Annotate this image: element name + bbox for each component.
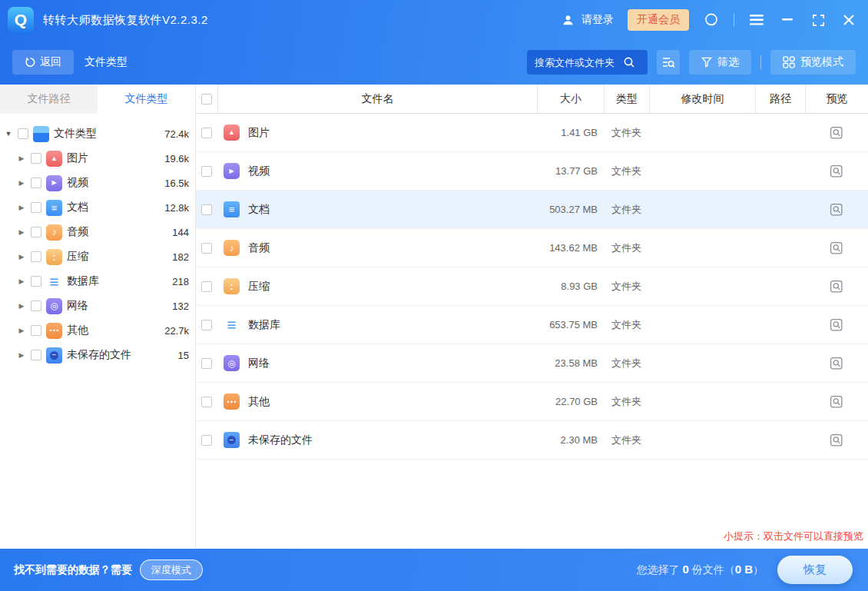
unsaved-file-icon: − [46,347,62,364]
expand-arrow-icon[interactable]: ▶ [17,253,26,261]
tree-checkbox[interactable] [31,227,41,237]
expand-arrow-icon[interactable]: ▶ [17,204,26,211]
sidebar-tree-item[interactable]: ▶≡数据库218 [0,269,195,294]
file-type: 文件夹 [604,241,649,255]
table-row[interactable]: ▶视频13.77 GB文件夹 [196,152,868,191]
preview-mode-label: 预览模式 [800,55,843,69]
sidebar-tree-item[interactable]: ▶♪音频144 [0,220,195,244]
header-size[interactable]: 大小 [537,85,604,113]
document-icon: ≡ [46,200,62,216]
preview-button[interactable] [830,280,843,294]
table-row[interactable]: ≡文档503.27 MB文件夹 [196,191,868,229]
search-icon[interactable] [623,56,635,68]
minimize-icon[interactable] [779,12,796,28]
user-icon [559,12,576,28]
expand-arrow-icon[interactable]: ▶ [17,351,26,359]
list-search-icon [662,57,675,68]
tree-item-label: 压缩 [67,250,88,264]
sidebar-tree-item[interactable]: ▶▲图片19.6k [0,146,195,171]
tree-checkbox[interactable] [31,300,41,311]
row-checkbox[interactable] [201,204,212,215]
table-row[interactable]: ▲图片1.41 GB文件夹 [196,114,868,152]
deep-scan-prompt: 找不到需要的数据？需要 [14,563,132,577]
titlebar: Q 转转大师数据恢复软件V2.2.3.2 请登录 开通会员 [0,0,868,40]
preview-button[interactable] [830,203,843,217]
tree-checkbox[interactable] [31,251,41,262]
preview-button[interactable] [830,357,843,370]
sidebar-tree-item[interactable]: ▶−未保存的文件15 [0,343,195,367]
preview-button[interactable] [830,395,843,409]
expand-arrow-icon[interactable]: ▶ [17,179,26,187]
search-in-results-button[interactable] [657,50,680,75]
file-type: 文件夹 [604,280,649,294]
search-input[interactable] [535,57,623,68]
collapse-arrow-icon[interactable]: ▼ [4,130,13,138]
filter-button[interactable]: 筛选 [689,50,751,75]
tab-file-path[interactable]: 文件路径 [0,85,98,114]
tree-checkbox[interactable] [31,350,41,360]
row-checkbox[interactable] [201,397,212,407]
sidebar-tree-item[interactable]: ▶◎网络132 [0,294,195,318]
preview-button[interactable] [830,164,843,178]
preview-button[interactable] [830,433,843,447]
deep-mode-button[interactable]: 深度模式 [140,559,203,580]
table-row[interactable]: …其他22.70 GB文件夹 [196,383,868,421]
back-button[interactable]: 返回 [12,50,74,75]
header-modified-time[interactable]: 修改时间 [649,85,755,113]
image-icon: ▲ [224,125,240,141]
tree-checkbox[interactable] [31,202,41,213]
video-icon: ▶ [46,175,62,191]
open-vip-button[interactable]: 开通会员 [628,9,689,31]
login-button[interactable]: 请登录 [559,12,614,28]
tree-checkbox[interactable] [31,325,41,336]
row-checkbox[interactable] [201,320,212,330]
row-checkbox[interactable] [201,358,212,369]
menu-icon[interactable] [748,12,765,28]
maximize-icon[interactable] [810,12,827,28]
row-checkbox[interactable] [201,243,212,254]
sidebar-tree-item[interactable]: ▼文件类型72.4k [0,121,195,146]
expand-arrow-icon[interactable]: ▶ [17,154,26,162]
filetype-root-icon [33,126,49,142]
expand-arrow-icon[interactable]: ▶ [17,228,26,236]
row-checkbox[interactable] [201,166,212,177]
close-icon[interactable] [840,12,857,28]
row-checkbox[interactable] [201,128,212,138]
file-name: 未保存的文件 [248,433,313,447]
expand-arrow-icon[interactable]: ▶ [17,277,26,285]
sidebar-tree-item[interactable]: ▶:压缩182 [0,244,195,269]
table-row[interactable]: ≡数据库653.75 MB文件夹 [196,306,868,344]
preview-button[interactable] [830,241,843,255]
preview-button[interactable] [830,318,843,332]
tree-checkbox[interactable] [18,128,28,139]
selected-count: 0 [682,563,688,576]
row-checkbox[interactable] [201,281,212,292]
preview-mode-button[interactable]: 预览模式 [770,50,856,75]
customer-service-icon[interactable] [703,12,720,28]
row-checkbox[interactable] [201,435,212,446]
table-row[interactable]: ♪音频143.62 MB文件夹 [196,229,868,267]
file-type: 文件夹 [604,126,649,140]
sidebar-tree-item[interactable]: ▶…其他22.7k [0,318,195,343]
file-type: 文件夹 [604,433,649,447]
tree-checkbox[interactable] [31,276,41,287]
select-all-checkbox[interactable] [201,94,212,105]
tree-checkbox[interactable] [31,153,41,164]
expand-arrow-icon[interactable]: ▶ [17,302,26,310]
other-icon: … [224,393,240,410]
preview-button[interactable] [830,126,843,140]
header-preview[interactable]: 预览 [805,85,868,113]
header-file-name[interactable]: 文件名 [217,85,537,113]
table-row[interactable]: :压缩8.93 GB文件夹 [196,267,868,306]
tree-checkbox[interactable] [31,178,41,188]
table-row[interactable]: ◎网络23.58 MB文件夹 [196,344,868,383]
header-type[interactable]: 类型 [604,85,649,113]
sidebar-tree-item[interactable]: ▶▶视频16.5k [0,171,195,195]
sidebar-tree-item[interactable]: ▶≡文档12.8k [0,195,195,220]
table-row[interactable]: −未保存的文件2.30 MB文件夹 [196,421,868,460]
header-path[interactable]: 路径 [755,85,805,113]
back-arrow-icon [25,57,35,68]
tab-file-type[interactable]: 文件类型 [98,85,195,114]
recover-button[interactable]: 恢复 [777,556,853,584]
expand-arrow-icon[interactable]: ▶ [17,327,26,334]
